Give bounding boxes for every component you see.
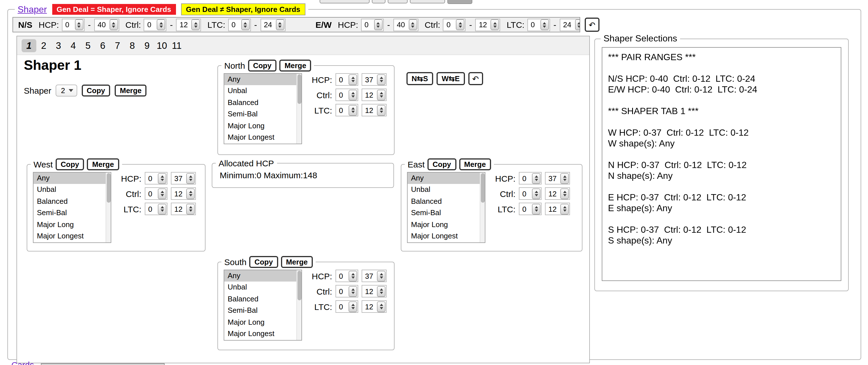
stepper-icon[interactable] bbox=[348, 74, 357, 85]
shaper-merge-button[interactable]: Merge bbox=[115, 85, 147, 96]
shaper-tab[interactable]: 5 bbox=[81, 39, 95, 52]
west-ctrl-max-spinner[interactable]: 12 bbox=[171, 187, 196, 200]
west-ctrl-min-spinner[interactable]: 0 bbox=[145, 187, 167, 200]
east-hcp-min-spinner[interactable]: 0 bbox=[519, 172, 541, 184]
ns-ltc-max-spinner[interactable]: 24 bbox=[260, 19, 285, 31]
south-hcp-max-spinner[interactable]: 37 bbox=[362, 270, 386, 282]
north-hcp-min-spinner[interactable]: 0 bbox=[336, 73, 358, 86]
shaper-number-select[interactable]: 2 bbox=[56, 85, 77, 96]
ns-ctrl-min-spinner[interactable]: 0 bbox=[144, 19, 166, 31]
stepper-icon[interactable] bbox=[374, 19, 383, 30]
shape-option[interactable]: Unbal bbox=[408, 184, 485, 196]
stepper-icon[interactable] bbox=[560, 204, 569, 214]
shape-option[interactable]: Balanced bbox=[224, 97, 302, 109]
shape-option[interactable]: Balanced bbox=[408, 196, 485, 208]
east-hcp-max-spinner[interactable]: 37 bbox=[545, 172, 570, 184]
cutoff-toolbar-button[interactable] bbox=[388, 0, 408, 3]
stepper-icon[interactable] bbox=[186, 173, 195, 184]
west-merge-button[interactable]: Merge bbox=[87, 158, 119, 170]
stepper-icon[interactable] bbox=[186, 204, 195, 214]
stepper-icon[interactable] bbox=[158, 204, 166, 214]
shaper-tab[interactable]: 1 bbox=[22, 39, 36, 52]
south-hcp-min-spinner[interactable]: 0 bbox=[336, 270, 358, 282]
stepper-icon[interactable] bbox=[491, 19, 499, 30]
listbox-scrollbar[interactable] bbox=[296, 74, 302, 144]
shape-option[interactable]: Major Long bbox=[224, 316, 302, 328]
stepper-icon[interactable] bbox=[276, 19, 284, 30]
shape-option[interactable]: Major Long bbox=[408, 219, 485, 231]
scrollbar-thumb[interactable] bbox=[298, 271, 302, 300]
stepper-icon[interactable] bbox=[348, 105, 357, 116]
shaper-tab[interactable]: 9 bbox=[140, 39, 154, 52]
rotate-hands-button[interactable]: ↶ bbox=[468, 72, 483, 85]
south-ltc-max-spinner[interactable]: 12 bbox=[362, 300, 386, 313]
scrollbar-thumb[interactable] bbox=[107, 173, 111, 203]
shape-option[interactable]: Semi-Bal bbox=[408, 207, 485, 219]
shaper-tab[interactable]: 2 bbox=[36, 39, 51, 52]
stepper-icon[interactable] bbox=[409, 19, 417, 30]
shape-option[interactable]: Semi-Bal bbox=[33, 207, 111, 219]
west-copy-button[interactable]: Copy bbox=[56, 158, 84, 170]
shape-option[interactable]: Unbal bbox=[33, 184, 111, 196]
east-copy-button[interactable]: Copy bbox=[428, 158, 456, 170]
ns-hcp-min-spinner[interactable]: 0 bbox=[62, 19, 85, 31]
shaper-tab[interactable]: 8 bbox=[125, 39, 140, 52]
cutoff-toolbar-button[interactable] bbox=[320, 0, 370, 3]
south-ctrl-max-spinner[interactable]: 12 bbox=[362, 285, 386, 298]
shaper-tab[interactable]: 11 bbox=[169, 39, 184, 52]
shaper-tab[interactable]: 4 bbox=[66, 39, 81, 52]
north-ctrl-max-spinner[interactable]: 12 bbox=[362, 89, 386, 101]
ew-ctrl-max-spinner[interactable]: 12 bbox=[475, 19, 500, 31]
shape-option[interactable]: Semi-Bal bbox=[224, 109, 302, 120]
ns-hcp-max-spinner[interactable]: 40 bbox=[94, 19, 119, 31]
stepper-icon[interactable] bbox=[348, 301, 357, 312]
shaper-copy-button[interactable]: Copy bbox=[82, 85, 110, 96]
swap-west-east-button[interactable]: W⇆E bbox=[437, 72, 465, 85]
cutoff-toolbar-button[interactable] bbox=[447, 0, 472, 4]
stepper-icon[interactable] bbox=[348, 89, 357, 100]
stepper-icon[interactable] bbox=[110, 19, 118, 30]
south-ltc-min-spinner[interactable]: 0 bbox=[336, 300, 358, 313]
shape-option[interactable]: Unbal bbox=[224, 85, 302, 97]
stepper-icon[interactable] bbox=[456, 19, 465, 30]
cards-link[interactable]: Cards bbox=[11, 360, 34, 365]
east-ltc-min-spinner[interactable]: 0 bbox=[519, 203, 541, 215]
north-ctrl-min-spinner[interactable]: 0 bbox=[336, 89, 358, 101]
shape-option[interactable]: Any bbox=[224, 270, 302, 282]
shaper-tab[interactable]: 7 bbox=[110, 39, 125, 52]
shape-option[interactable]: Major Longest bbox=[224, 132, 302, 143]
cards-cutoff-box[interactable] bbox=[41, 363, 165, 365]
west-hcp-min-spinner[interactable]: 0 bbox=[145, 172, 167, 184]
shape-option[interactable]: Major Long bbox=[33, 219, 111, 231]
stepper-icon[interactable] bbox=[158, 173, 166, 184]
stepper-icon[interactable] bbox=[377, 89, 385, 100]
shaper-tab[interactable]: 3 bbox=[51, 39, 66, 52]
stepper-icon[interactable] bbox=[377, 74, 385, 85]
stepper-icon[interactable] bbox=[560, 173, 569, 184]
listbox-scrollbar[interactable] bbox=[105, 173, 111, 242]
stepper-icon[interactable] bbox=[560, 188, 569, 199]
shape-option[interactable]: Major Long bbox=[224, 120, 302, 132]
shaper-tab[interactable]: 6 bbox=[95, 39, 110, 52]
stepper-icon[interactable] bbox=[532, 173, 540, 184]
shape-option[interactable]: Any bbox=[33, 173, 111, 184]
shaper-section-link[interactable]: Shaper bbox=[18, 4, 47, 14]
south-copy-button[interactable]: Copy bbox=[249, 256, 278, 268]
shape-option[interactable]: Major Longest bbox=[408, 231, 485, 242]
stepper-icon[interactable] bbox=[540, 19, 549, 30]
stepper-icon[interactable] bbox=[532, 204, 540, 214]
stepper-icon[interactable] bbox=[377, 301, 385, 312]
stepper-icon[interactable] bbox=[532, 188, 540, 199]
ew-hcp-max-spinner[interactable]: 40 bbox=[394, 19, 418, 31]
ew-ltc-min-spinner[interactable]: 0 bbox=[527, 19, 550, 31]
listbox-scrollbar[interactable] bbox=[480, 173, 485, 242]
stepper-icon[interactable] bbox=[377, 105, 385, 116]
ew-ltc-max-spinner[interactable]: 24 bbox=[560, 19, 580, 31]
south-shape-listbox[interactable]: AnyUnbalBalancedSemi-BalMajor LongMajor … bbox=[224, 270, 302, 341]
north-merge-button[interactable]: Merge bbox=[279, 60, 311, 71]
stepper-icon[interactable] bbox=[575, 19, 580, 30]
cutoff-toolbar-button[interactable] bbox=[410, 0, 445, 3]
east-ctrl-max-spinner[interactable]: 12 bbox=[545, 187, 570, 200]
east-shape-listbox[interactable]: AnyUnbalBalancedSemi-BalMajor LongMajor … bbox=[407, 172, 485, 243]
cutoff-toolbar-button[interactable] bbox=[372, 0, 385, 3]
